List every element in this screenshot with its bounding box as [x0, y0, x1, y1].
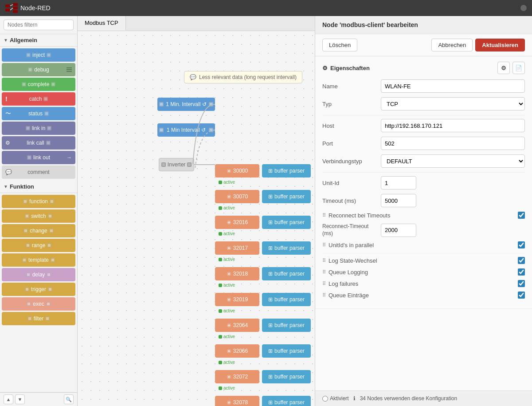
flow-inject-node-2[interactable]: 1 Min Intervall ↺	[157, 123, 215, 137]
sidebar-item-comment[interactable]: 💬 comment	[2, 166, 75, 179]
chevron-down-icon-2: ▼	[4, 184, 8, 189]
type-select[interactable]: TCP	[381, 97, 525, 110]
cancel-button[interactable]: Abbrechen	[431, 39, 473, 51]
sidebar-item-change[interactable]: change	[2, 224, 75, 237]
reconnect-timeout-row: Reconnect-Timeout (ms)	[322, 223, 525, 237]
flow-buffer-node-1[interactable]: ⊞buffer parser	[262, 190, 311, 203]
flow-buffer-node-7[interactable]: ⊞buffer parser	[262, 344, 311, 358]
port-right	[47, 272, 51, 277]
flow-buffer-node-8[interactable]: ⊞buffer parser	[262, 370, 311, 383]
flow-modbus-node-32066[interactable]: ✳32066active	[215, 344, 259, 358]
flow-modbus-node-32018[interactable]: ✳32018active	[215, 267, 259, 280]
port-input[interactable]	[381, 137, 525, 150]
sidebar-item-filter[interactable]: filter	[2, 312, 75, 325]
port-right	[43, 97, 48, 101]
activate-radio[interactable]: Aktiviert	[322, 395, 349, 402]
flow-buffer-node-4[interactable]: ⊞buffer parser	[262, 267, 311, 280]
flow-canvas[interactable]: 💬 Less relevant data (long request inter…	[78, 31, 315, 406]
scroll-up-btn[interactable]: ▲	[4, 394, 13, 404]
sidebar-item-link-out-label: link out	[33, 154, 50, 161]
sidebar-item-complete[interactable]: complete	[2, 78, 75, 91]
search-input[interactable]	[4, 20, 74, 30]
port-left	[26, 272, 31, 277]
sidebar-item-range[interactable]: range	[2, 239, 75, 252]
flow-modbus-node-32072[interactable]: ✳32072active	[215, 370, 259, 383]
flow-buffer-node-9[interactable]: ⊞buffer parser	[262, 396, 311, 406]
queue-logging-row: ⠿ Queue Logging	[322, 268, 525, 276]
log-failures-checkbox[interactable]	[518, 280, 525, 287]
sidebar-item-catch[interactable]: ! catch	[2, 92, 75, 106]
unit-id-input[interactable]	[381, 176, 416, 189]
doc-icon-btn[interactable]: 📄	[512, 62, 525, 74]
flow-buffer-node-5[interactable]: ⊞buffer parser	[262, 293, 311, 306]
svg-rect-3	[13, 6, 18, 9]
flow-modbus-node-30000[interactable]: ✳30000active	[215, 164, 259, 177]
sidebar-item-exec[interactable]: exec	[2, 297, 75, 311]
sidebar-item-link-out[interactable]: link out →	[2, 151, 75, 164]
unit-parallel-checkbox[interactable]	[518, 241, 525, 248]
flow-modbus-node-32017[interactable]: ✳32017active	[215, 241, 259, 255]
reconnect-label: ⠿ Reconnect bei Timeouts	[322, 212, 512, 219]
reconnect-timeout-label: Reconnect-Timeout (ms)	[322, 223, 376, 237]
sidebar-item-comment-label: comment	[27, 169, 49, 175]
port-field-row: Port	[322, 137, 525, 150]
reconnect-timeout-input[interactable]	[381, 224, 416, 237]
search-btn[interactable]: 🔍	[64, 394, 74, 404]
sidebar-item-template[interactable]: template	[2, 253, 75, 267]
flow-modbus-node-32078[interactable]: ✳32078active	[215, 396, 259, 406]
port-right	[45, 316, 50, 321]
timeout-input[interactable]	[381, 194, 416, 207]
sidebar-item-debug[interactable]: debug	[2, 63, 75, 76]
flow-modbus-node-32016[interactable]: ✳32016active	[215, 216, 259, 229]
activate-radio-input[interactable]	[322, 396, 328, 402]
grid-icon-fail: ⠿	[322, 281, 326, 287]
sidebar-item-catch-label: catch	[29, 96, 42, 102]
properties-label: Eigenschaften	[330, 65, 370, 71]
nodered-logo-icon	[5, 3, 18, 13]
flow-buffer-node-0[interactable]: ⊞buffer parser	[262, 164, 311, 177]
reconnect-checkbox[interactable]	[518, 212, 525, 219]
sidebar-item-link-call-label: link call	[27, 140, 44, 146]
flow-modbus-node-30070[interactable]: ✳30070active	[215, 190, 259, 203]
allgemein-nodes: inject debug complete ! catch	[0, 47, 77, 181]
port-right	[47, 53, 51, 57]
flow-buffer-node-6[interactable]: ⊞buffer parser	[262, 319, 311, 332]
sidebar-section-funktion[interactable]: ▼ Funktion	[0, 181, 77, 193]
name-input[interactable]	[381, 79, 525, 93]
flow-inject-node-1[interactable]: 1 Min. Intervall ↺	[157, 98, 215, 111]
port-left	[22, 258, 27, 262]
flow-comment-node[interactable]: 💬 Less relevant data (long request inter…	[184, 71, 302, 83]
delete-button[interactable]: Löschen	[322, 39, 357, 51]
host-label: Host	[322, 122, 376, 129]
flow-buffer-node-2[interactable]: ⊞buffer parser	[262, 216, 311, 229]
update-button[interactable]: Aktualisieren	[475, 39, 525, 51]
scroll-down-btn[interactable]: ▼	[15, 394, 25, 404]
queue-logging-checkbox[interactable]	[518, 268, 525, 276]
flow-inverter-node[interactable]: Inverter	[159, 158, 194, 171]
sidebar-item-trigger[interactable]: trigger	[2, 283, 75, 296]
sidebar-item-status[interactable]: 〜 status	[2, 107, 75, 120]
sidebar-item-delay[interactable]: delay	[2, 268, 75, 281]
sidebar-item-switch-label: switch	[31, 213, 46, 219]
sidebar-item-link-in[interactable]: link in	[2, 122, 75, 135]
gear-icon: ⚙	[5, 140, 10, 146]
type-label: Typ	[322, 101, 376, 107]
tab-modbus-tcp[interactable]: Modbus TCP	[78, 16, 126, 31]
side-panel: Node 'modbus-client' bearbeiten Löschen …	[315, 16, 532, 406]
sidebar-item-inject[interactable]: inject	[2, 48, 75, 62]
flow-modbus-node-32019[interactable]: ✳32019active	[215, 293, 259, 306]
flow-buffer-node-3[interactable]: ⊞buffer parser	[262, 241, 311, 255]
window-btn[interactable]	[520, 5, 527, 11]
flow-modbus-node-32064[interactable]: ✳32064active	[215, 319, 259, 332]
connection-select[interactable]: DEFAULT	[381, 154, 525, 168]
sidebar-item-function[interactable]: function	[2, 195, 75, 208]
sidebar-item-link-call[interactable]: ⚙ link call	[2, 136, 75, 150]
sidebar-item-switch[interactable]: switch	[2, 209, 75, 223]
host-input[interactable]	[381, 119, 525, 132]
queue-entries-checkbox[interactable]	[518, 292, 525, 299]
sidebar-section-allgemein[interactable]: ▼ Allgemein	[0, 34, 77, 47]
settings-icon-btn[interactable]: ⚙	[497, 62, 510, 74]
port-left	[28, 67, 32, 72]
sidebar-section-allgemein-label: Allgemein	[10, 37, 37, 43]
log-state-checkbox[interactable]	[518, 257, 525, 264]
